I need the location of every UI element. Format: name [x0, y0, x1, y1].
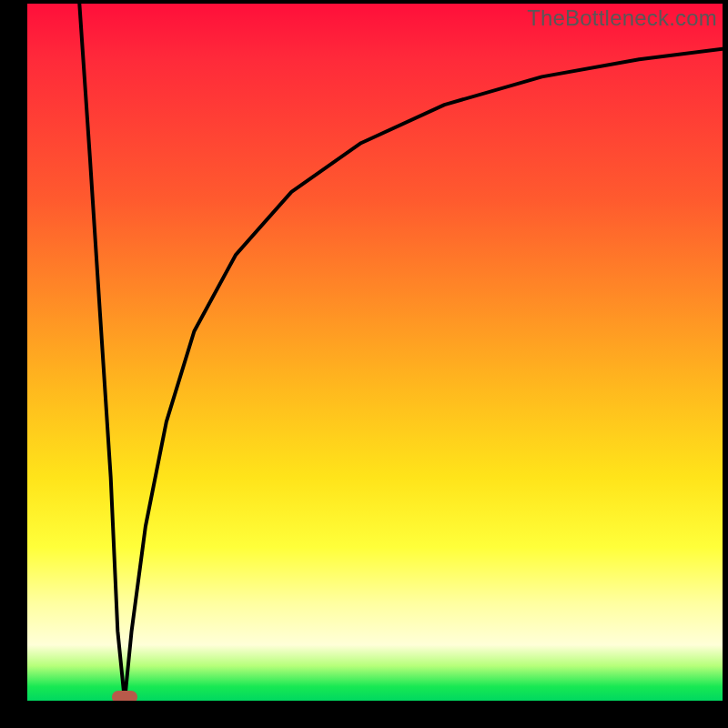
chart-frame: TheBottleneck.com [0, 0, 728, 728]
plot-area: TheBottleneck.com [27, 4, 723, 701]
optimal-marker [112, 691, 137, 701]
chart-path [79, 4, 723, 701]
chart-curve [27, 4, 723, 701]
